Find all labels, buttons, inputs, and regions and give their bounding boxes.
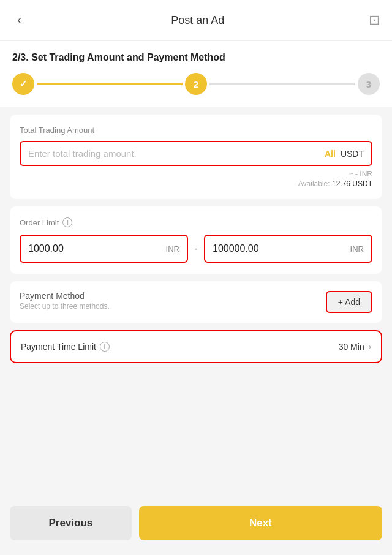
trading-amount-card: Total Trading Amount All USDT ≈ - INR Av… <box>10 115 382 199</box>
step-1-circle: ✓ <box>12 73 34 95</box>
step-2-circle: 2 <box>185 73 207 95</box>
step-section: 2/3. Set Trading Amount and Payment Meth… <box>0 41 392 107</box>
payment-time-card[interactable]: Payment Time Limit i 30 Min › <box>10 330 382 363</box>
payment-time-value: 30 Min <box>339 342 364 352</box>
payment-time-value-group: 30 Min › <box>339 341 371 352</box>
step-line-1 <box>37 83 183 85</box>
order-limit-inputs: INR - INR <box>20 235 372 263</box>
trading-amount-suffix: All USDT <box>325 149 364 159</box>
order-min-input-box[interactable]: INR <box>20 235 188 263</box>
trading-currency: USDT <box>341 149 364 159</box>
range-separator: - <box>194 243 198 255</box>
order-limit-card: Order Limit i INR - INR <box>10 206 382 274</box>
available-value: 12.76 USDT <box>332 179 372 188</box>
payment-time-info-icon[interactable]: i <box>100 342 110 352</box>
order-max-input-box[interactable]: INR <box>204 235 372 263</box>
trading-amount-label: Total Trading Amount <box>20 126 372 135</box>
help-icon[interactable]: ⊡ <box>369 12 380 28</box>
step-line-2 <box>209 83 355 85</box>
payment-method-header: Payment Method Select up to three method… <box>20 291 372 313</box>
order-max-input[interactable] <box>213 243 347 254</box>
available-row: Available: 12.76 USDT <box>20 179 372 188</box>
order-max-currency: INR <box>350 244 364 254</box>
bottom-buttons: Previous Next <box>0 496 392 555</box>
back-button[interactable]: ‹ <box>12 10 26 31</box>
equiv-row: ≈ - INR <box>20 170 372 178</box>
previous-button[interactable]: Previous <box>10 506 132 540</box>
payment-method-card: Payment Method Select up to three method… <box>10 281 382 323</box>
trading-amount-input[interactable] <box>28 148 325 159</box>
chevron-right-icon: › <box>368 341 371 352</box>
header: ‹ Post an Ad ⊡ <box>0 0 392 41</box>
page-title: Post an Ad <box>171 14 224 27</box>
add-payment-button[interactable]: + Add <box>326 291 372 313</box>
order-min-currency: INR <box>166 244 179 254</box>
order-min-input[interactable] <box>28 243 162 254</box>
payment-time-label-group: Payment Time Limit i <box>21 342 110 352</box>
order-limit-label: Order Limit i <box>20 217 372 227</box>
pm-subtitle: Select up to three methods. <box>20 302 110 311</box>
payment-time-label: Payment Time Limit <box>21 342 96 352</box>
order-limit-info-icon[interactable]: i <box>62 217 72 227</box>
trading-amount-input-row[interactable]: All USDT <box>20 141 372 166</box>
next-button[interactable]: Next <box>139 506 382 540</box>
step-title: 2/3. Set Trading Amount and Payment Meth… <box>12 52 380 63</box>
available-label: Available: <box>298 179 330 188</box>
main-content: Total Trading Amount All USDT ≈ - INR Av… <box>0 115 392 426</box>
step-3-circle: 3 <box>358 73 380 95</box>
pm-title: Payment Method <box>20 291 110 301</box>
all-link[interactable]: All <box>325 149 336 159</box>
step-bar: ✓ 2 3 <box>12 73 380 95</box>
pm-title-block: Payment Method Select up to three method… <box>20 291 110 311</box>
